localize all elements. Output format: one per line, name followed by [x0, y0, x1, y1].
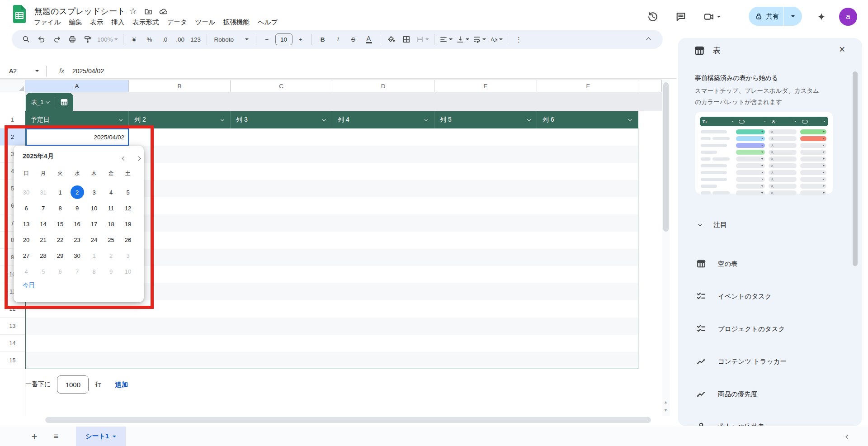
- search-icon[interactable]: [19, 32, 33, 47]
- sidebar-item-5[interactable]: 商品の優先度: [696, 386, 757, 402]
- more-toolbar-button[interactable]: ⋮: [512, 32, 526, 47]
- comments-icon[interactable]: [675, 11, 686, 22]
- column-header-A[interactable]: A: [25, 80, 129, 92]
- decrease-font-size-button[interactable]: −: [260, 32, 274, 47]
- font-select[interactable]: Roboto: [211, 32, 252, 47]
- calendar-day[interactable]: 30: [19, 185, 33, 199]
- active-cell-a2[interactable]: 2025/04/02: [26, 128, 129, 146]
- add-rows-button[interactable]: 追加: [115, 380, 128, 389]
- calendar-day[interactable]: 27: [19, 249, 33, 262]
- strikethrough-button[interactable]: S: [346, 32, 361, 47]
- calendar-day[interactable]: 16: [71, 217, 84, 231]
- calendar-day[interactable]: 3: [121, 249, 135, 262]
- calendar-day[interactable]: 14: [37, 217, 50, 231]
- format-currency-button[interactable]: ¥: [127, 32, 142, 47]
- calendar-day[interactable]: 28: [37, 249, 50, 262]
- format-percent-button[interactable]: %: [142, 32, 157, 47]
- previous-month-button[interactable]: [118, 153, 129, 164]
- calendar-day[interactable]: 8: [53, 201, 67, 215]
- side-panel-scrollbar[interactable]: [853, 71, 858, 266]
- calendar-day[interactable]: 11: [104, 201, 118, 215]
- calendar-day[interactable]: 9: [104, 265, 118, 278]
- calendar-day[interactable]: 20: [19, 233, 33, 247]
- borders-icon[interactable]: [399, 32, 414, 47]
- calendar-day[interactable]: 17: [87, 217, 101, 231]
- calendar-day[interactable]: 3: [87, 185, 101, 199]
- today-link[interactable]: 今日: [23, 281, 35, 289]
- account-avatar[interactable]: a: [839, 8, 857, 26]
- column-dropdown-chevron[interactable]: [322, 117, 326, 121]
- menu-item-6[interactable]: データ: [163, 17, 191, 28]
- add-sheet-button[interactable]: +: [25, 427, 43, 446]
- calendar-day[interactable]: 7: [37, 201, 50, 215]
- calendar-day[interactable]: 23: [71, 233, 84, 247]
- calendar-day[interactable]: 10: [87, 201, 101, 215]
- gemini-sparkle-icon[interactable]: [816, 11, 827, 23]
- cloud-status-icon[interactable]: [159, 8, 167, 16]
- column-header-partial[interactable]: [639, 80, 662, 92]
- table-column-header-3[interactable]: 列 3: [231, 111, 332, 128]
- print-icon[interactable]: [65, 32, 80, 47]
- row-header-13[interactable]: 13: [0, 318, 25, 335]
- table-column-header-5[interactable]: 列 5: [434, 111, 537, 128]
- menu-item-2[interactable]: 編集: [65, 17, 86, 28]
- close-icon[interactable]: ×: [839, 43, 845, 56]
- formula-input[interactable]: 2025/04/02: [72, 67, 104, 75]
- calendar-day[interactable]: 12: [121, 201, 135, 215]
- row-header-2[interactable]: 2: [0, 128, 25, 146]
- sidebar-item-4[interactable]: コンテンツ トラッカー: [696, 353, 787, 370]
- meet-dropdown-caret[interactable]: [717, 16, 721, 18]
- scroll-down-arrow[interactable]: ▼: [664, 408, 668, 413]
- calendar-day[interactable]: 30: [71, 249, 84, 262]
- calendar-day[interactable]: 4: [19, 265, 33, 278]
- calendar-day[interactable]: 1: [87, 249, 101, 262]
- vertical-scrollbar-thumb[interactable]: [663, 82, 669, 232]
- calendar-day[interactable]: 26: [121, 233, 135, 247]
- column-dropdown-chevron[interactable]: [628, 117, 632, 121]
- menu-item-5[interactable]: 表示形式: [128, 17, 163, 28]
- column-dropdown-chevron[interactable]: [527, 117, 531, 121]
- table-grid-icon[interactable]: [55, 93, 73, 111]
- column-dropdown-chevron[interactable]: [425, 117, 428, 121]
- calendar-day[interactable]: 9: [71, 201, 84, 215]
- sidebar-item-2[interactable]: イベントのタスク: [696, 288, 772, 304]
- merge-cells-icon[interactable]: [415, 32, 430, 47]
- sidebar-item-6[interactable]: 求人への応募者: [696, 418, 764, 426]
- column-header-D[interactable]: D: [332, 80, 434, 92]
- row-header-15[interactable]: 15: [0, 352, 25, 369]
- text-wrap-icon[interactable]: [472, 32, 487, 47]
- table-column-header-2[interactable]: 列 2: [129, 111, 231, 128]
- table-column-header-4[interactable]: 列 4: [332, 111, 434, 128]
- sidebar-item-1[interactable]: 空の表: [696, 256, 738, 272]
- horizontal-align-icon[interactable]: [438, 32, 454, 47]
- table-name-chip[interactable]: 表_1: [26, 93, 73, 111]
- sheet-tab-active[interactable]: シート1: [76, 427, 126, 446]
- menu-item-8[interactable]: 拡張機能: [219, 17, 254, 28]
- menu-item-4[interactable]: 挿入: [107, 17, 128, 28]
- fill-color-icon[interactable]: [384, 32, 398, 47]
- column-header-F[interactable]: F: [537, 80, 639, 92]
- calendar-day[interactable]: 6: [19, 201, 33, 215]
- share-button[interactable]: 共有: [749, 7, 802, 26]
- featured-section-header[interactable]: 注目: [698, 221, 727, 229]
- calendar-day[interactable]: 10: [121, 265, 135, 278]
- version-history-icon[interactable]: [647, 11, 658, 22]
- collapse-sidebar-chevron[interactable]: [846, 432, 849, 440]
- italic-button[interactable]: I: [331, 32, 345, 47]
- sheet-tab-menu-caret[interactable]: [113, 436, 116, 437]
- sidebar-item-3[interactable]: プロジェクトのタスク: [696, 321, 785, 337]
- all-sheets-icon[interactable]: ≡: [47, 427, 65, 446]
- column-header-B[interactable]: B: [129, 80, 231, 92]
- paint-format-icon[interactable]: [80, 32, 95, 47]
- move-folder-icon[interactable]: [144, 8, 152, 16]
- column-header-C[interactable]: C: [231, 80, 332, 92]
- table-name-menu[interactable]: 表_1: [26, 93, 55, 111]
- calendar-day[interactable]: 2: [104, 249, 118, 262]
- row-header-14[interactable]: 14: [0, 335, 25, 352]
- menu-item-7[interactable]: ツール: [191, 17, 219, 28]
- calendar-day[interactable]: 4: [104, 185, 118, 199]
- calendar-day[interactable]: 6: [53, 265, 67, 278]
- share-main-segment[interactable]: 共有: [749, 12, 783, 21]
- calendar-day[interactable]: 7: [71, 265, 84, 278]
- hide-menus-chevron[interactable]: [641, 32, 656, 47]
